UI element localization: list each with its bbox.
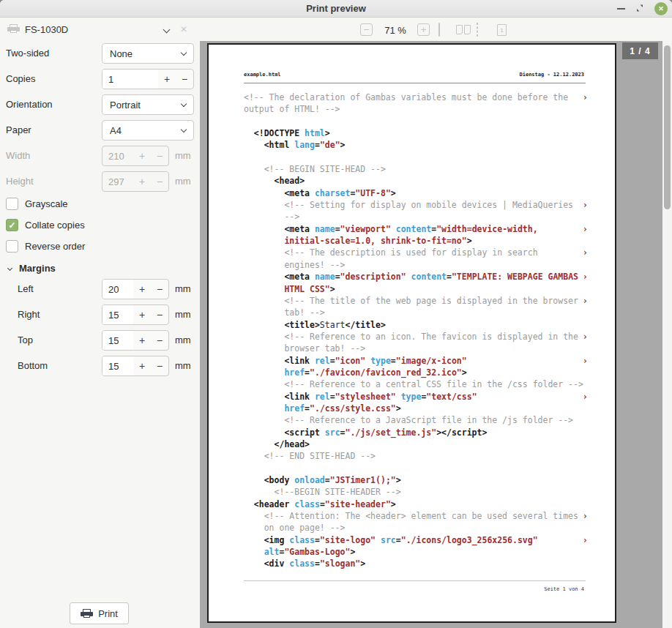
line-wrap-icon: › bbox=[583, 223, 588, 235]
scrollbar[interactable] bbox=[662, 41, 672, 628]
height-label: Height bbox=[6, 171, 34, 192]
margin-bottom-stepper[interactable]: 15 + − bbox=[102, 356, 169, 376]
line-wrap-icon: › bbox=[583, 534, 588, 546]
doc-date: Dienstag - 12.12.2023 bbox=[519, 72, 584, 78]
two-sided-value: None bbox=[110, 48, 132, 59]
margin-right-stepper[interactable]: 15 + − bbox=[102, 304, 169, 325]
fit-page-button[interactable] bbox=[477, 23, 478, 37]
grayscale-row: Grayscale bbox=[0, 198, 200, 211]
close-icon: ✕ bbox=[658, 5, 664, 12]
preview-area: example.html Dienstag - 12.12.2023 <!-- … bbox=[200, 41, 672, 628]
height-stepper: 297 + − bbox=[102, 171, 169, 192]
one-page-button[interactable]: 1 bbox=[497, 23, 507, 36]
line-wrap-icon: › bbox=[583, 199, 588, 211]
sidebar: Two-sided None Copies 1 + − Orientation … bbox=[0, 41, 200, 628]
document-page: example.html Dienstag - 12.12.2023 <!-- … bbox=[207, 43, 616, 623]
chevron-down-icon bbox=[163, 26, 171, 34]
zoom-in-button[interactable]: + bbox=[417, 23, 430, 36]
zoom-out-button[interactable]: − bbox=[360, 23, 373, 36]
two-sided-row: Two-sided None bbox=[0, 43, 200, 64]
copies-stepper[interactable]: 1 + − bbox=[102, 69, 194, 89]
margin-bottom-unit: mm bbox=[175, 356, 191, 376]
doc-filename: example.html bbox=[244, 72, 281, 78]
minimize-button[interactable] bbox=[617, 8, 625, 10]
decrement-button[interactable]: − bbox=[151, 305, 168, 324]
titlebar: Print preview ✕ bbox=[0, 0, 672, 18]
single-page-icon bbox=[438, 23, 440, 37]
line-wrap-icon: › bbox=[583, 331, 588, 343]
margins-title: Margins bbox=[19, 263, 56, 274]
close-button[interactable]: ✕ bbox=[654, 2, 668, 15]
width-row: Width 210 + − mm bbox=[0, 146, 200, 166]
printer-icon bbox=[81, 609, 93, 618]
height-unit: mm bbox=[175, 171, 191, 192]
margin-top-input[interactable]: 15 bbox=[102, 331, 133, 350]
margin-left-stepper[interactable]: 20 + − bbox=[102, 279, 169, 299]
decrement-button[interactable]: − bbox=[151, 356, 168, 375]
margin-bottom-label: Bottom bbox=[18, 356, 48, 376]
line-wrap-icon: › bbox=[583, 355, 588, 367]
line-wrap-icon: › bbox=[583, 391, 588, 403]
increment-button[interactable]: + bbox=[133, 331, 151, 350]
grayscale-checkbox[interactable] bbox=[6, 198, 18, 210]
decrement-button: − bbox=[151, 172, 168, 191]
restore-icon bbox=[635, 4, 644, 12]
decrement-button[interactable]: − bbox=[151, 280, 168, 299]
reverse-row: Reverse order bbox=[0, 240, 200, 253]
decrement-button: − bbox=[151, 146, 168, 165]
width-unit: mm bbox=[175, 146, 191, 166]
line-wrap-icon: › bbox=[583, 510, 588, 522]
orientation-select[interactable]: Portrait bbox=[102, 94, 194, 115]
collate-copies-checkbox[interactable]: ✓ bbox=[6, 219, 18, 231]
increment-button[interactable]: + bbox=[133, 305, 151, 324]
facing-pages-button[interactable] bbox=[456, 23, 471, 34]
margin-top-row: Top 15 + − mm bbox=[0, 330, 200, 351]
line-wrap-icon: › bbox=[583, 247, 588, 258]
single-page-button[interactable] bbox=[438, 23, 440, 37]
plus-icon: + bbox=[421, 24, 427, 35]
two-sided-select[interactable]: None bbox=[102, 43, 194, 64]
printer-name: FS-1030D bbox=[25, 24, 68, 35]
collate-row: ✓ Collate copies bbox=[0, 219, 200, 232]
minus-icon: − bbox=[364, 24, 370, 35]
reverse-order-checkbox[interactable] bbox=[6, 240, 18, 253]
facing-pages-icon bbox=[456, 25, 471, 34]
margin-top-label: Top bbox=[18, 330, 33, 351]
zoom-level: 71 % bbox=[379, 25, 411, 36]
increment-button[interactable]: + bbox=[158, 70, 176, 89]
scrollbar-thumb[interactable] bbox=[664, 45, 671, 209]
fit-page-icon bbox=[477, 23, 478, 37]
orientation-value: Portrait bbox=[110, 100, 141, 111]
printer-clear-button[interactable]: ✕ bbox=[180, 24, 187, 34]
restore-button[interactable] bbox=[635, 2, 644, 15]
chevron-down-icon bbox=[181, 100, 187, 106]
increment-button[interactable]: + bbox=[133, 280, 151, 299]
paper-select[interactable]: A4 bbox=[102, 120, 194, 141]
reverse-order-label: Reverse order bbox=[25, 241, 85, 252]
width-stepper: 210 + − bbox=[102, 146, 169, 166]
increment-button: + bbox=[133, 146, 151, 165]
line-wrap-icon: › bbox=[583, 91, 588, 103]
printer-select[interactable]: FS-1030D bbox=[0, 18, 196, 41]
minimize-icon bbox=[617, 8, 625, 10]
margins-expander[interactable]: Margins bbox=[0, 263, 200, 276]
decrement-button[interactable]: − bbox=[176, 70, 193, 89]
doc-header-rule bbox=[244, 83, 586, 83]
orientation-label: Orientation bbox=[6, 94, 53, 115]
margin-bottom-input[interactable]: 15 bbox=[102, 356, 133, 375]
doc-footer-rule bbox=[244, 580, 586, 581]
copies-input[interactable]: 1 bbox=[102, 70, 158, 89]
collate-copies-label: Collate copies bbox=[25, 220, 85, 231]
headerbar: FS-1030D ✕ − 71 % + 1 bbox=[0, 18, 672, 41]
increment-button[interactable]: + bbox=[133, 356, 151, 375]
margin-right-input[interactable]: 15 bbox=[102, 305, 133, 324]
grayscale-label: Grayscale bbox=[25, 198, 68, 209]
paper-label: Paper bbox=[6, 120, 31, 141]
margin-top-stepper[interactable]: 15 + − bbox=[102, 330, 169, 351]
margin-left-input[interactable]: 20 bbox=[102, 280, 133, 299]
margin-right-label: Right bbox=[18, 304, 40, 325]
width-label: Width bbox=[6, 146, 30, 166]
print-button[interactable]: Print bbox=[70, 602, 129, 624]
decrement-button[interactable]: − bbox=[151, 331, 168, 350]
window-title: Print preview bbox=[306, 3, 366, 14]
